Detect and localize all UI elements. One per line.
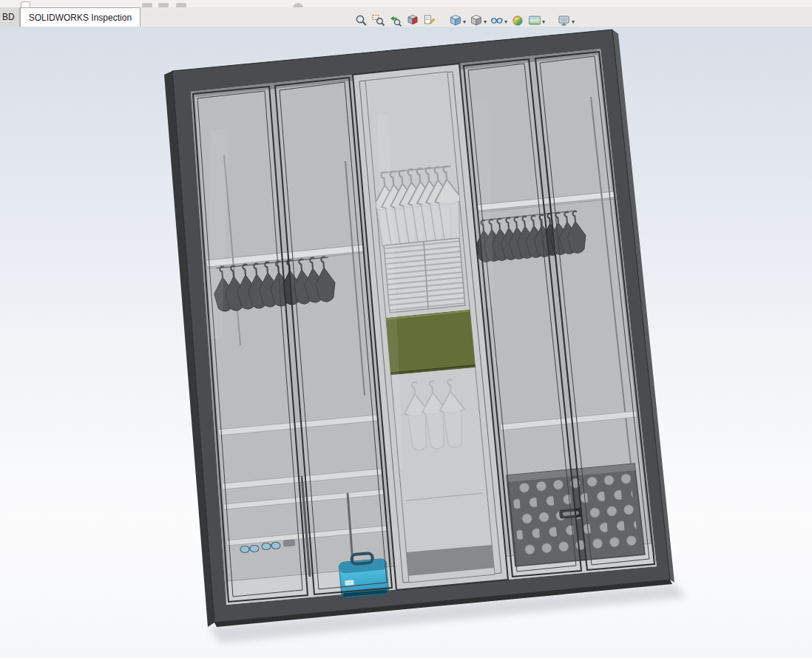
zoom-to-fit-icon [355, 14, 368, 30]
dynamic-annotation-views-button[interactable] [422, 12, 438, 33]
display-style-icon [470, 14, 483, 30]
tab-label: SOLIDWORKS Inspection [29, 13, 132, 23]
previous-view-icon [389, 14, 402, 30]
apply-scene-button[interactable]: ▾ [527, 12, 547, 33]
zoom-to-area-button[interactable] [371, 12, 387, 33]
section-view-button[interactable] [405, 12, 421, 33]
view-settings-icon [558, 14, 571, 30]
chevron-down-icon: ▾ [463, 19, 466, 25]
edit-appearance-button[interactable] [510, 12, 526, 33]
chevron-down-icon: ▾ [572, 19, 575, 25]
hide-show-items-icon [490, 14, 504, 30]
zoom-to-fit-button[interactable] [353, 12, 370, 33]
hide-show-items-button[interactable]: ▾ [489, 12, 509, 33]
view-settings-button[interactable]: ▾ [556, 12, 576, 33]
view-orientation-button[interactable]: ▾ [447, 12, 467, 33]
previous-view-button[interactable] [388, 12, 404, 33]
tab-mbd[interactable]: BD [0, 7, 20, 27]
edit-appearance-icon [511, 14, 524, 30]
chevron-down-icon: ▾ [542, 19, 545, 25]
dynamic-annotation-views-icon [423, 14, 436, 30]
view-orientation-icon [449, 14, 462, 30]
chevron-down-icon: ▾ [504, 19, 507, 25]
display-style-button[interactable]: ▾ [468, 12, 488, 33]
chevron-down-icon: ▾ [484, 19, 487, 25]
heads-up-view-toolbar: ▾ ▾ ▾ ▾ ▾ [353, 12, 576, 33]
clipped-toolbar-strip [0, 0, 812, 7]
solidworks-window: BD SOLIDWORKS Inspection ▾ ▾ [0, 0, 812, 658]
zoom-to-area-icon [372, 14, 385, 30]
section-view-icon [406, 14, 419, 30]
tab-solidworks-inspection[interactable]: SOLIDWORKS Inspection [20, 7, 141, 27]
apply-scene-icon [528, 14, 541, 30]
wardrobe-model[interactable] [0, 27, 812, 658]
tab-label: BD [2, 12, 15, 22]
partial-toolbar-icon [21, 1, 30, 7]
graphics-viewport[interactable] [0, 27, 812, 658]
